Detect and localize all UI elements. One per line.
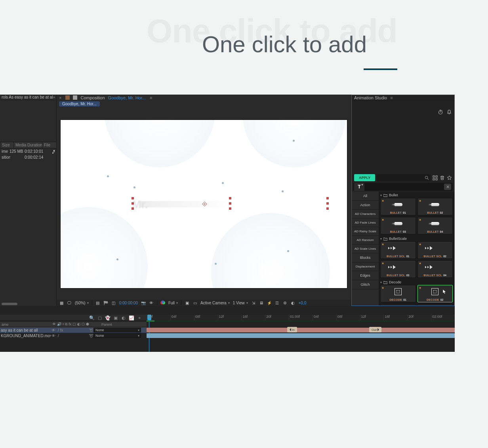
chevron-down-icon[interactable]: ▾ bbox=[228, 301, 230, 305]
brainstorm-icon[interactable]: ⌖ bbox=[137, 315, 142, 320]
project-icon bbox=[65, 95, 70, 100]
category-item[interactable]: Blocks bbox=[352, 253, 379, 262]
zoom-level[interactable]: (50%) bbox=[75, 301, 86, 305]
group-header[interactable]: ▾ Bullet bbox=[379, 192, 454, 198]
camera-dropdown[interactable]: Active Camera bbox=[200, 301, 227, 305]
flowchart-icon[interactable] bbox=[51, 150, 55, 154]
svg-point-7 bbox=[425, 176, 427, 178]
group-header[interactable]: ▾ Decode bbox=[379, 279, 454, 285]
category-item[interactable]: AD Scale Lines bbox=[352, 245, 379, 253]
category-item[interactable]: AD Random bbox=[352, 236, 379, 245]
preview-text: Mr. bbox=[132, 198, 148, 211]
scrollbar-thumb[interactable] bbox=[2, 303, 17, 305]
preset-item[interactable]: ★BULLET SCL04 bbox=[417, 260, 453, 278]
composition-tab[interactable]: Goodbye, Mr. Hor... bbox=[108, 95, 146, 100]
shy-icon[interactable]: 👻 bbox=[105, 315, 110, 320]
layer-bar[interactable] bbox=[147, 333, 455, 338]
channel-icon[interactable] bbox=[160, 300, 165, 305]
svg-rect-9 bbox=[436, 176, 437, 177]
preset-item[interactable]: ★DECODE01 bbox=[380, 285, 416, 302]
preset-item[interactable] bbox=[380, 304, 416, 306]
pickwhip-icon[interactable]: ➰ bbox=[89, 334, 93, 338]
current-time[interactable]: 0:00:00:00 bbox=[119, 301, 138, 305]
layer-row[interactable]: asy as it can be at all 👁 /fx ➰None bbox=[0, 327, 147, 333]
preset-item[interactable]: ★BULLET03 bbox=[380, 217, 416, 234]
views-dropdown[interactable]: 1 View bbox=[233, 301, 245, 305]
snapshot-icon[interactable]: 📷 bbox=[141, 300, 146, 305]
monitor-icon[interactable]: 🖵 bbox=[67, 300, 72, 305]
pixel-aspect-icon[interactable]: 🖥 bbox=[259, 300, 264, 305]
preset-item[interactable] bbox=[417, 304, 453, 306]
chevron-down-icon[interactable]: ▾ bbox=[87, 301, 89, 305]
category-item[interactable]: Action bbox=[352, 201, 379, 210]
resolution-dropdown[interactable]: Full bbox=[168, 301, 175, 305]
text-mode-tab[interactable]: T✦ bbox=[354, 183, 364, 191]
frame-blend-icon[interactable]: ▣ bbox=[113, 315, 118, 320]
category-item[interactable]: AD Rainy Scale bbox=[352, 227, 379, 236]
preset-item[interactable]: ★BULLET SCL02 bbox=[417, 241, 453, 259]
project-item[interactable]: ime 125 MB 0:02:10:01 bbox=[0, 148, 56, 154]
roi-icon[interactable]: ▭ bbox=[193, 300, 197, 305]
share-view-icon[interactable]: ⇲ bbox=[251, 300, 256, 305]
fast-preview-icon[interactable]: ⚡ bbox=[267, 300, 272, 305]
grid-icon[interactable]: ▤ bbox=[95, 300, 100, 305]
chevron-down-icon: ▾ bbox=[380, 194, 382, 197]
time-ruler[interactable]: p0f04f08f12f16f20f01:00f04f08f12f16f20f0… bbox=[147, 315, 455, 320]
expand-icon[interactable]: » bbox=[53, 95, 55, 99]
layer-row[interactable]: KGROUND_ANIMATED.mov 👁 / ➰None bbox=[0, 333, 147, 338]
category-item[interactable]: AD Characters bbox=[352, 210, 379, 218]
guides-icon[interactable]: 🏁 bbox=[103, 300, 108, 305]
viewer-toolbar: ▦ 🖵 (50%) ▾ ▤ 🏁 ◫ 0:00:00:00 📷 👁 Full ▾ … bbox=[57, 300, 351, 306]
parent-dropdown[interactable]: None bbox=[93, 333, 141, 338]
preset-item[interactable]: ★BULLET SCL03 bbox=[380, 260, 416, 278]
svg-rect-8 bbox=[433, 176, 435, 177]
marker-in[interactable]: In bbox=[287, 327, 297, 332]
stopwatch-icon[interactable] bbox=[438, 109, 443, 115]
chevron-down-icon[interactable]: ▾ bbox=[176, 301, 178, 305]
layer-bar[interactable]: In Out bbox=[147, 327, 455, 333]
preset-item[interactable]: ★BULLET04 bbox=[417, 217, 453, 234]
composition-icon bbox=[73, 95, 77, 100]
work-area[interactable] bbox=[147, 320, 154, 322]
comp-mini-icon[interactable]: ▢ bbox=[97, 315, 102, 320]
transparency-icon[interactable]: ▣ bbox=[185, 300, 189, 305]
pickwhip-icon[interactable]: ➰ bbox=[89, 328, 93, 332]
timeline-icon[interactable]: ☲ bbox=[275, 300, 280, 305]
reset-exposure-icon[interactable]: ◐ bbox=[291, 300, 295, 305]
category-item[interactable]: AD Fade Lines bbox=[352, 218, 379, 227]
chevron-down-icon[interactable]: ▾ bbox=[246, 301, 248, 305]
exposure-value[interactable]: +0,0 bbox=[299, 301, 307, 305]
search-icon[interactable]: 🔍 bbox=[90, 315, 94, 320]
category-item[interactable]: Edges bbox=[352, 271, 379, 280]
panel-menu-icon[interactable]: ≡ bbox=[390, 95, 393, 100]
search-input[interactable] bbox=[377, 174, 431, 181]
flowchart-icon[interactable]: ⚙ bbox=[283, 300, 288, 305]
effect-controls-tab[interactable]: rols As easy as it can be at al » bbox=[0, 95, 56, 100]
favorite-icon[interactable] bbox=[446, 175, 452, 180]
category-item[interactable]: Displacement bbox=[352, 262, 379, 271]
project-item[interactable]: sition 0:00:02:14 bbox=[0, 154, 56, 160]
close-icon[interactable]: ✕ bbox=[444, 184, 451, 190]
preset-item[interactable]: ★BULLET02 bbox=[417, 198, 453, 215]
bell-icon[interactable] bbox=[446, 109, 452, 115]
grid-size-icon[interactable] bbox=[432, 175, 438, 180]
show-snapshot-icon[interactable]: 👁 bbox=[149, 300, 154, 305]
category-item[interactable]: Glitch bbox=[352, 280, 379, 289]
preset-item[interactable]: ★BULLET01 bbox=[380, 198, 416, 215]
breadcrumb[interactable]: Goodbye, Mr. Hor... bbox=[59, 101, 100, 106]
apply-button[interactable]: APPLY bbox=[354, 174, 375, 181]
close-tab-icon[interactable]: × bbox=[59, 95, 61, 100]
category-item[interactable]: All bbox=[352, 192, 379, 201]
toggle-alpha-icon[interactable]: ▦ bbox=[59, 300, 64, 305]
composition-viewport[interactable]: Mr. bbox=[60, 120, 347, 289]
panel-menu-icon[interactable]: ≡ bbox=[150, 95, 152, 100]
graph-editor-icon[interactable]: 📈 bbox=[129, 315, 134, 320]
preset-item[interactable]: ★BULLET SCL01 bbox=[380, 241, 416, 259]
marker-out[interactable]: Out bbox=[369, 327, 381, 332]
preset-item-selected[interactable]: ★ DECODE02 bbox=[417, 285, 453, 302]
mask-icon[interactable]: ◫ bbox=[111, 300, 116, 305]
trash-icon[interactable] bbox=[439, 175, 445, 180]
parent-dropdown[interactable]: None bbox=[93, 328, 141, 332]
motion-blur-icon[interactable]: ◐ bbox=[121, 315, 126, 320]
group-header[interactable]: ▾ BulletScale bbox=[379, 236, 454, 241]
